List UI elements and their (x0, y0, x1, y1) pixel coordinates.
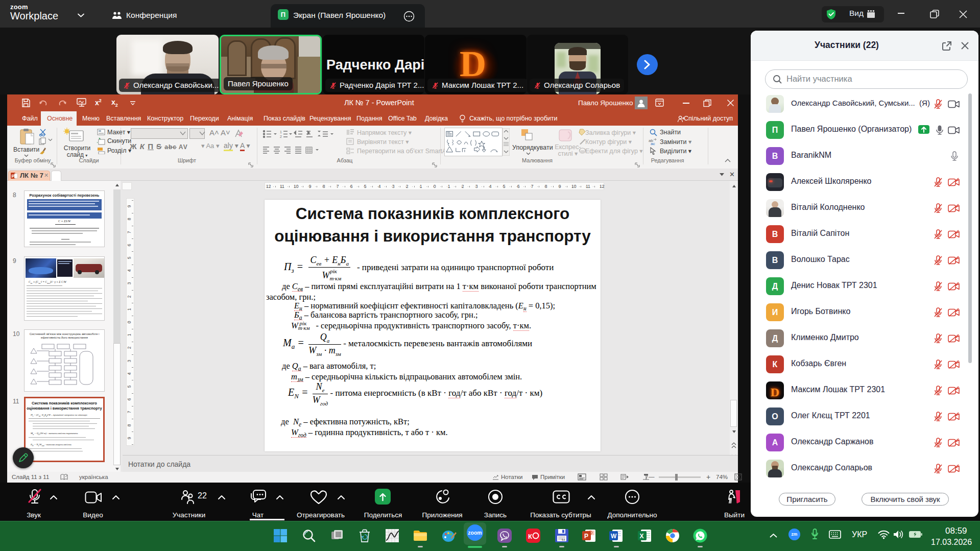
svg-text:64: 64 (562, 538, 565, 541)
svg-text:2: 2 (280, 135, 282, 138)
svg-text:К: К (528, 533, 532, 540)
svg-text:P: P (12, 174, 15, 179)
svg-text:X: X (640, 533, 644, 540)
svg-text:1: 1 (280, 130, 282, 134)
svg-text:ac: ac (651, 141, 655, 146)
svg-text:W: W (611, 533, 617, 540)
svg-text:P: P (584, 533, 588, 540)
